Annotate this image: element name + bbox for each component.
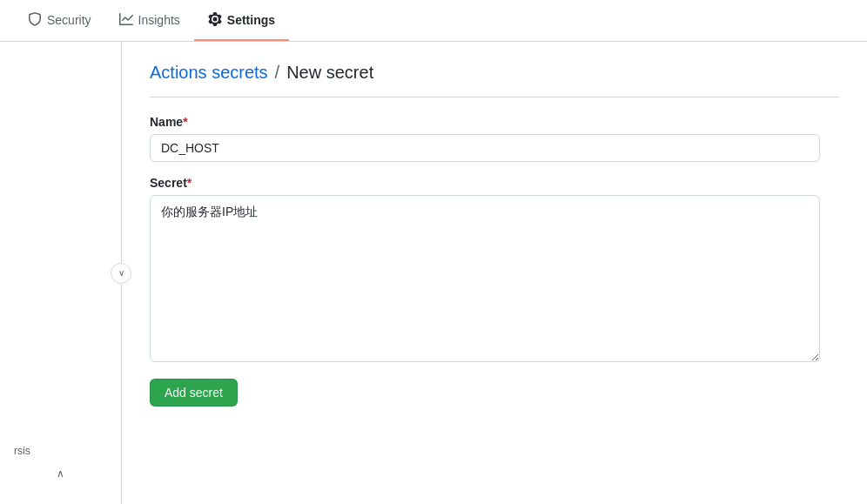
- name-field-group: Name*: [150, 115, 839, 162]
- sidebar-collapse-top-button[interactable]: ∨: [111, 263, 131, 284]
- tab-settings[interactable]: Settings: [194, 2, 289, 41]
- breadcrumb-separator: /: [275, 63, 280, 83]
- name-required: *: [183, 115, 187, 129]
- secret-textarea[interactable]: 你的服务器IP地址: [150, 195, 820, 362]
- gear-icon: [208, 12, 222, 29]
- chevron-up-icon: ∧: [57, 467, 64, 480]
- secret-label: Secret*: [150, 176, 839, 190]
- graph-icon: [119, 12, 133, 29]
- secret-required: *: [187, 176, 192, 190]
- tab-insights-label: Insights: [138, 13, 180, 27]
- breadcrumb: Actions secrets / New secret: [150, 63, 839, 83]
- sidebar: ∨ rsis ∧: [0, 42, 122, 504]
- secret-field-group: Secret* 你的服务器IP地址: [150, 176, 839, 365]
- tab-security[interactable]: Security: [14, 2, 105, 41]
- sidebar-collapse-bottom-button[interactable]: ∧: [0, 460, 121, 487]
- add-secret-button[interactable]: Add secret: [150, 379, 238, 407]
- main-content: Actions secrets / New secret Name* Secre…: [122, 42, 867, 504]
- name-input[interactable]: [150, 134, 820, 162]
- breadcrumb-link[interactable]: Actions secrets: [150, 63, 268, 83]
- tab-security-label: Security: [47, 13, 91, 27]
- shield-icon: [28, 12, 42, 29]
- page-layout: ∨ rsis ∧ Actions secrets / New secret Na…: [0, 42, 867, 504]
- top-nav: Security Insights Settings: [0, 0, 867, 42]
- tab-settings-label: Settings: [227, 13, 275, 27]
- name-label: Name*: [150, 115, 839, 129]
- sidebar-bottom: rsis ∧: [0, 441, 121, 487]
- divider: [150, 97, 839, 97]
- chevron-down-icon: ∨: [118, 268, 124, 278]
- breadcrumb-current: New secret: [286, 63, 373, 83]
- tab-insights[interactable]: Insights: [105, 2, 194, 41]
- sidebar-partial-text: rsis: [0, 441, 44, 460]
